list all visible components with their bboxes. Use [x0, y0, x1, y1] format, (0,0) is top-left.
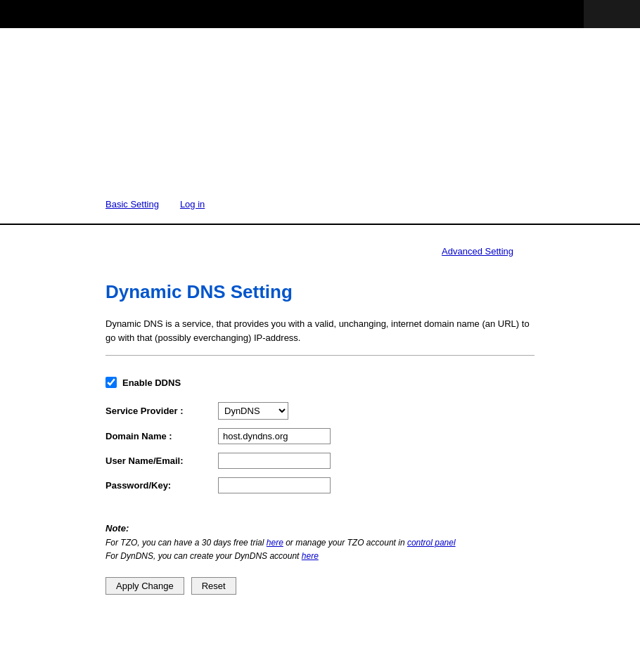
header-right-block	[584, 0, 640, 28]
password-input[interactable]	[218, 477, 331, 493]
password-label: Password/Key:	[105, 480, 218, 491]
service-provider-label: Service Provider :	[105, 406, 218, 416]
service-provider-select[interactable]: DynDNS TZO No-IP	[218, 402, 288, 420]
enable-ddns-checkbox[interactable]	[105, 377, 117, 388]
enable-ddns-row: Enable DDNS	[105, 377, 535, 388]
username-input[interactable]	[218, 453, 331, 469]
button-row: Apply Change Reset	[105, 577, 535, 595]
domain-name-input[interactable]	[218, 428, 331, 444]
reset-button[interactable]: Reset	[191, 577, 236, 595]
note-link-control-panel[interactable]: control panel	[407, 538, 456, 548]
note-line1-mid: or manage your TZO account in	[283, 538, 407, 548]
page-title: Dynamic DNS Setting	[105, 281, 535, 303]
section-divider	[105, 355, 535, 356]
secondary-nav-area: Advanced Setting	[0, 225, 640, 267]
nav-links-area: Basic Setting Log in	[105, 199, 205, 209]
top-nav-area: Basic Setting Log in	[0, 28, 640, 225]
nav-link-basic[interactable]: Basic Setting	[105, 199, 159, 209]
password-row: Password/Key:	[105, 477, 535, 493]
note-link-here1[interactable]: here	[267, 538, 283, 548]
username-label: User Name/Email:	[105, 455, 218, 466]
nav-link-login[interactable]: Log in	[180, 199, 205, 209]
note-title: Note:	[105, 523, 535, 534]
username-row: User Name/Email:	[105, 453, 535, 469]
note-line1: For TZO, you can have a 30 days free tri…	[105, 536, 535, 550]
enable-ddns-label: Enable DDNS	[122, 377, 181, 388]
note-link-here2[interactable]: here	[302, 551, 319, 561]
header-bar	[0, 0, 640, 28]
domain-name-row: Domain Name :	[105, 428, 535, 444]
note-line2-pre: For DynDNS, you can create your DynDNS a…	[105, 551, 302, 561]
note-section: Note: For TZO, you can have a 30 days fr…	[105, 523, 535, 563]
nav-link-advanced[interactable]: Advanced Setting	[442, 246, 513, 257]
service-provider-row: Service Provider : DynDNS TZO No-IP	[105, 402, 535, 420]
page-description: Dynamic DNS is a service, that provides …	[105, 317, 535, 344]
note-line2: For DynDNS, you can create your DynDNS a…	[105, 550, 535, 563]
form-section: Enable DDNS Service Provider : DynDNS TZ…	[105, 370, 535, 509]
main-content: Dynamic DNS Setting Dynamic DNS is a ser…	[0, 267, 640, 623]
note-line1-pre: For TZO, you can have a 30 days free tri…	[105, 538, 267, 548]
apply-change-button[interactable]: Apply Change	[105, 577, 184, 595]
domain-name-label: Domain Name :	[105, 431, 218, 441]
